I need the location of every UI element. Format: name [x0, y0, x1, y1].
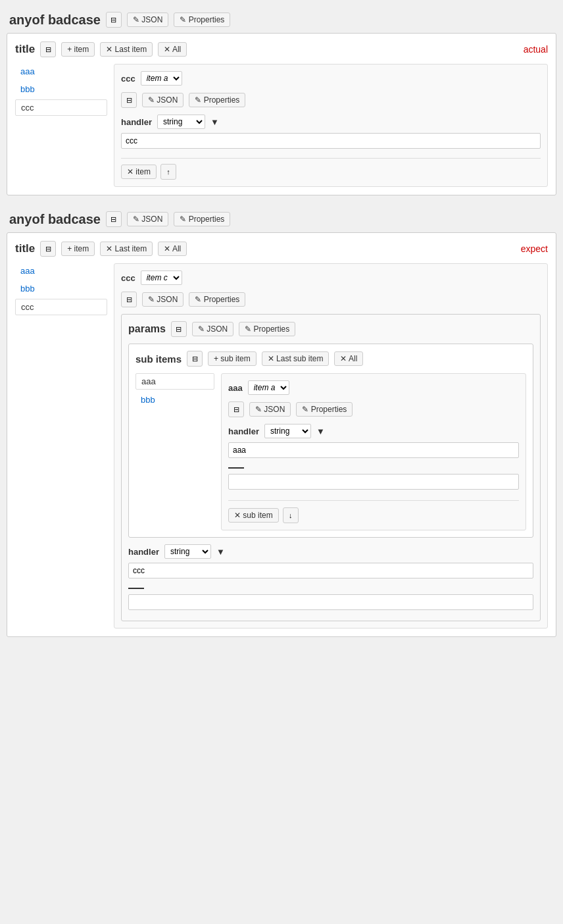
section1-last-item-button[interactable]: ✕ Last item [100, 42, 153, 57]
sidebar-item-bbb[interactable]: bbb [15, 82, 107, 97]
section2-sub-sidebar: aaa bbb [135, 373, 214, 530]
section2-sub-items-title: sub items [135, 353, 182, 365]
section2-card-icon[interactable]: ⊟ [40, 241, 56, 257]
section2-collapse-icon[interactable]: ⊟ [106, 211, 122, 227]
section1-sidebar: aaa bbb ccc [15, 64, 107, 187]
section2-params-handler-label: handler [128, 547, 159, 557]
section2-sub-last-button[interactable]: ✕ Last sub item [262, 351, 330, 366]
section1-all-button[interactable]: ✕ All [158, 42, 187, 57]
section2-sub-json-button[interactable]: ✎ JSON [249, 402, 291, 417]
section2-inner-json-button[interactable]: ✎ JSON [142, 292, 184, 307]
section1-card-header: title ⊟ + item ✕ Last item ✕ All actual [15, 41, 548, 57]
section2-params-handler-value-input[interactable] [128, 563, 533, 578]
section1-handler-label: handler [121, 117, 152, 127]
section2-sub-add-button[interactable]: + sub item [208, 351, 257, 366]
section2-card-header: title ⊟ + item ✕ Last item ✕ All expect [15, 241, 548, 257]
section1-inner-json-button[interactable]: ✎ JSON [142, 93, 184, 107]
section2-all-button[interactable]: ✕ All [158, 242, 187, 256]
section1-divider [121, 158, 541, 159]
section2-buttons-row: ⊟ ✎ JSON ✎ Properties [121, 292, 541, 307]
section2-sub-remove-button[interactable]: ✕ sub item [228, 508, 279, 523]
section2-item-header: ccc item a item b item c [121, 270, 541, 285]
section1-inner-properties-button[interactable]: ✎ Properties [189, 93, 245, 107]
section2-sub-handler-row: handler string number ▼ [228, 424, 519, 438]
section2-sub-items-section: sub items ⊟ + sub item ✕ Last sub item ✕… [128, 344, 533, 538]
section1-handler-value-input[interactable] [121, 133, 541, 149]
sidebar-item-ccc[interactable]: ccc [15, 99, 107, 116]
section2-main-panel: ccc item a item b item c ⊟ ✎ JSON ✎ Prop… [114, 263, 548, 629]
section1-handler-select[interactable]: string number boolean [157, 115, 205, 129]
section2-json-button[interactable]: ✎ JSON [127, 212, 168, 226]
section1-handler-type-arrow: ▼ [210, 117, 219, 127]
section2-card-title: title [15, 242, 35, 255]
section2-sub-handler-select[interactable]: string number [264, 424, 311, 438]
section1-collapse-icon[interactable]: ⊟ [106, 12, 122, 28]
section1-buttons-row: ⊟ ✎ JSON ✎ Properties [121, 92, 541, 108]
section2-sub-properties-button[interactable]: ✎ Properties [296, 402, 353, 417]
section1-content: aaa bbb ccc ccc item a item b item c [15, 64, 548, 187]
section2-params-handler-select[interactable]: string number [164, 544, 211, 559]
section2-sub-action-row: ✕ sub item ↓ [228, 507, 519, 523]
section1-item-select[interactable]: item a item b item c [141, 71, 182, 86]
section2-sidebar-ccc[interactable]: ccc [15, 299, 107, 315]
section2-sub-items-icon[interactable]: ⊟ [187, 351, 203, 367]
section2-sub-items-header: sub items ⊟ + sub item ✕ Last sub item ✕… [135, 351, 526, 367]
sub-sidebar-bbb[interactable]: bbb [135, 392, 214, 407]
section2-last-item-button[interactable]: ✕ Last item [100, 242, 153, 256]
section2-inner-properties-button[interactable]: ✎ Properties [189, 292, 245, 307]
section2-add-item-button[interactable]: + item [61, 242, 95, 256]
section2-item-select[interactable]: item a item b item c [141, 270, 182, 285]
section2-params-handler-row: handler string number ▼ [128, 544, 533, 559]
section2-sub-handler-value-input[interactable] [228, 442, 519, 458]
section2-sub-main: aaa item a item b item c [221, 373, 526, 530]
section2-properties-button[interactable]: ✎ Properties [174, 212, 230, 226]
section2-expect-label: expect [521, 244, 548, 254]
section2-params-json-button[interactable]: ✎ JSON [192, 322, 233, 336]
section2-sub-extra-input[interactable] [228, 474, 519, 490]
section2-inner-card: ccc item a item b item c ⊟ ✎ JSON ✎ Prop… [114, 263, 548, 629]
section2-params-handler-arrow: ▼ [216, 547, 225, 557]
section2-sub-inner-card: aaa item a item b item c [221, 373, 526, 530]
section1-properties-button[interactable]: ✎ Properties [174, 13, 230, 27]
section2-sub-inner-icon[interactable]: ⊟ [228, 401, 244, 417]
section1-item-header: ccc item a item b item c [121, 71, 541, 86]
section1-remove-item-button[interactable]: ✕ item [121, 165, 157, 179]
section2-sub-item-label: aaa [228, 383, 243, 393]
section1-card-title: title [15, 43, 35, 56]
section2-params-section: params ⊟ ✎ JSON ✎ Properties sub items ⊟ [121, 314, 541, 621]
section1-main-panel: ccc item a item b item c ⊟ ✎ JSON ✎ Prop… [114, 64, 548, 187]
section2-inner-icon[interactable]: ⊟ [121, 292, 137, 307]
section2-params-extra-input[interactable] [128, 594, 533, 610]
section2: anyof badcase ⊟ ✎ JSON ✎ Properties titl… [7, 206, 556, 637]
section2-sub-separator [228, 500, 519, 501]
section2-card: title ⊟ + item ✕ Last item ✕ All expect … [7, 232, 556, 637]
section1-inner-icon[interactable]: ⊟ [121, 92, 137, 108]
section2-sub-down-button[interactable]: ↓ [283, 507, 299, 523]
section1-title: anyof badcase [9, 13, 101, 28]
sub-sidebar-aaa[interactable]: aaa [135, 373, 214, 390]
section2-sub-item-select[interactable]: item a item b item c [248, 380, 289, 395]
section1-action-row: ✕ item ↑ [121, 164, 541, 180]
section2-content: aaa bbb ccc ccc item a item b item c [15, 263, 548, 629]
section2-params-icon[interactable]: ⊟ [171, 321, 187, 337]
section2-sub-handler-arrow: ▼ [316, 426, 325, 436]
section1: anyof badcase ⊟ ✎ JSON ✎ Properties titl… [7, 7, 556, 195]
section2-params-properties-button[interactable]: ✎ Properties [239, 322, 295, 336]
sidebar-item-aaa[interactable]: aaa [15, 64, 107, 79]
section1-up-button[interactable]: ↑ [160, 164, 176, 180]
section1-header: anyof badcase ⊟ ✎ JSON ✎ Properties [7, 7, 556, 33]
section2-sidebar-bbb[interactable]: bbb [15, 281, 107, 296]
section1-add-item-button[interactable]: + item [61, 42, 95, 57]
section2-item-label: ccc [121, 273, 135, 283]
section2-title: anyof badcase [9, 212, 101, 227]
section2-sub-all-button[interactable]: ✕ All [334, 351, 363, 366]
section1-card-icon[interactable]: ⊟ [40, 41, 56, 57]
section1-inner-card: ccc item a item b item c ⊟ ✎ JSON ✎ Prop… [114, 64, 548, 187]
section2-sidebar-aaa[interactable]: aaa [15, 263, 107, 278]
section2-params-title: params [128, 323, 166, 335]
section2-header: anyof badcase ⊟ ✎ JSON ✎ Properties [7, 206, 556, 232]
section2-params-header: params ⊟ ✎ JSON ✎ Properties [128, 321, 533, 337]
section1-json-button[interactable]: ✎ JSON [127, 13, 168, 27]
section2-sub-content: aaa bbb aaa [135, 373, 526, 530]
section2-sidebar: aaa bbb ccc [15, 263, 107, 629]
